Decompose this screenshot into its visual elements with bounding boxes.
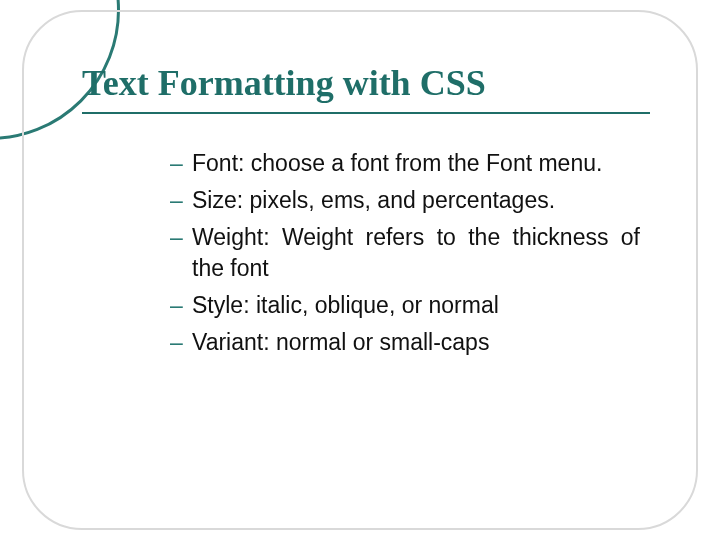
- bullet-list: Font: choose a font from the Font menu. …: [170, 148, 640, 358]
- list-item: Size: pixels, ems, and percentages.: [170, 185, 640, 216]
- slide-title: Text Formatting with CSS: [82, 62, 650, 114]
- slide-body: Font: choose a font from the Font menu. …: [170, 148, 640, 364]
- list-item: Font: choose a font from the Font menu.: [170, 148, 640, 179]
- list-item: Variant: normal or small-caps: [170, 327, 640, 358]
- list-item: Style: italic, oblique, or normal: [170, 290, 640, 321]
- list-item: Weight: Weight refers to the thickness o…: [170, 222, 640, 284]
